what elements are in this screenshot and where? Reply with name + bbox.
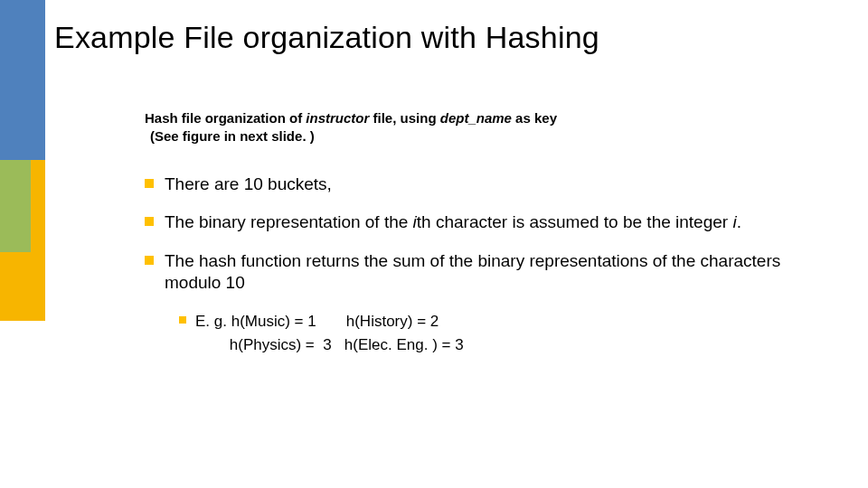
bullet-text: The hash function returns the sum of the… [165, 250, 787, 295]
intro-text: file, using [369, 110, 439, 126]
bullet-text-part: th character is assumed to be the intege… [417, 212, 733, 231]
intro-text: Hash file organization of [145, 110, 306, 126]
bullet-item: There are 10 buckets, [145, 174, 787, 195]
accent-band-gold [0, 252, 45, 321]
bullet-list: There are 10 buckets, The binary represe… [145, 174, 787, 356]
example-item: E. g. h(Music) = 1 h(History) = 2 h(Phys… [179, 310, 787, 356]
intro-paragraph: Hash file organization of instructor fil… [145, 109, 557, 146]
example-row: E. g. h(Music) = 1 h(History) = 2 [195, 313, 439, 330]
example-label: E. g. [195, 313, 227, 330]
intro-emph-deptname: dept_name [440, 110, 512, 126]
bullet-text-part: The binary representation of the [165, 212, 413, 231]
bullet-item: The binary representation of the ith cha… [145, 211, 787, 233]
bullet-item: The hash function returns the sum of the… [145, 250, 787, 295]
bullet-marker-icon [179, 316, 186, 324]
example-block: E. g. h(Music) = 1 h(History) = 2 h(Phys… [179, 310, 787, 356]
intro-line1: Hash file organization of instructor fil… [145, 110, 557, 126]
example-row: h(Physics) = 3 h(Elec. Eng. ) = 3 [195, 336, 464, 353]
example-lines: E. g. h(Music) = 1 h(History) = 2 h(Phys… [195, 310, 787, 356]
intro-text: as key [512, 110, 557, 126]
intro-line2: (See figure in next slide. ) [145, 128, 315, 144]
bullet-marker-icon [145, 256, 154, 265]
intro-emph-instructor: instructor [306, 110, 369, 126]
bullet-text-part: . [737, 212, 741, 231]
bullet-text: There are 10 buckets, [165, 174, 787, 195]
bullet-marker-icon [145, 217, 154, 226]
example-text: h(Music) = 1 h(History) = 2 [227, 313, 439, 330]
bullet-marker-icon [145, 179, 154, 188]
slide-title: Example File organization with Hashing [54, 20, 599, 55]
accent-band-blue [0, 0, 45, 160]
slide: Example File organization with Hashing H… [0, 0, 868, 488]
bullet-text: The binary representation of the ith cha… [165, 211, 787, 233]
accent-band-green [0, 160, 31, 252]
